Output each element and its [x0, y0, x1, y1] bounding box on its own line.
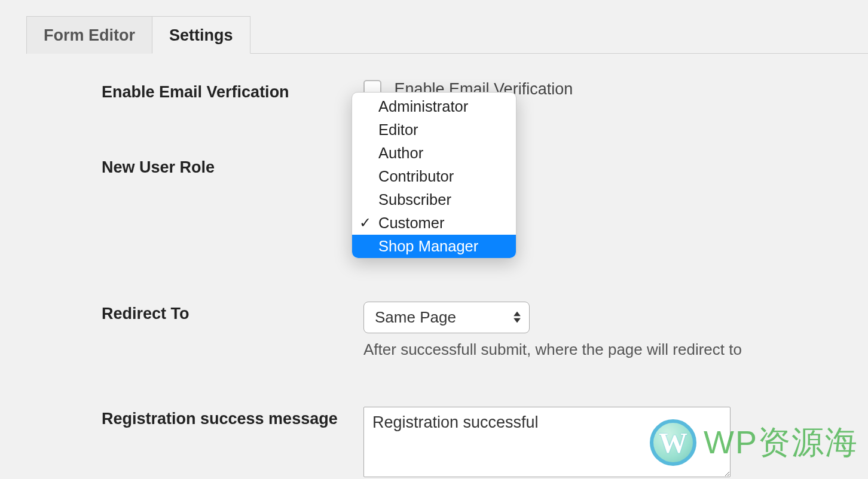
svg-marker-0 — [514, 312, 521, 317]
check-icon: ✓ — [359, 214, 371, 231]
tabs: Form Editor Settings — [26, 16, 868, 54]
field-email-verification: Enable Email Verification Administrator … — [363, 80, 573, 99]
label-registration-message: Registration success message — [102, 407, 363, 429]
dropdown-item-contributor[interactable]: Contributor — [352, 165, 516, 188]
tab-form-editor[interactable]: Form Editor — [26, 16, 152, 54]
settings-form: Enable Email Verfication Enable Email Ve… — [102, 80, 868, 479]
row-registration-message: Registration success message — [102, 407, 868, 479]
dropdown-item-author[interactable]: Author — [352, 142, 516, 165]
row-redirect-to: Redirect To Same Page After successfull … — [102, 302, 868, 359]
select-redirect-to[interactable]: Same Page — [363, 302, 530, 333]
select-value: Same Page — [375, 308, 456, 326]
label-email-verification: Enable Email Verfication — [102, 80, 363, 103]
row-email-verification: Enable Email Verfication Enable Email Ve… — [102, 80, 868, 103]
tab-settings[interactable]: Settings — [152, 16, 250, 54]
dropdown-item-administrator[interactable]: Administrator — [352, 95, 516, 118]
dropdown-item-label: Customer — [378, 214, 445, 231]
dropdown-item-customer[interactable]: ✓ Customer — [352, 211, 516, 235]
label-new-user-role: New User Role — [102, 155, 363, 178]
select-arrows-icon — [514, 312, 521, 323]
field-registration-message — [363, 407, 731, 479]
dropdown-item-shop-manager[interactable]: Shop Manager — [352, 235, 516, 258]
help-redirect-to: After successfull submit, where the page… — [363, 340, 742, 359]
dropdown-item-subscriber[interactable]: Subscriber — [352, 188, 516, 211]
textarea-registration-message[interactable] — [363, 407, 731, 477]
dropdown-item-editor[interactable]: Editor — [352, 118, 516, 142]
label-redirect-to: Redirect To — [102, 302, 363, 324]
dropdown-new-user-role: Administrator Editor Author Contributor … — [352, 92, 516, 259]
svg-marker-1 — [514, 318, 521, 323]
field-redirect-to: Same Page After successfull submit, wher… — [363, 302, 742, 359]
